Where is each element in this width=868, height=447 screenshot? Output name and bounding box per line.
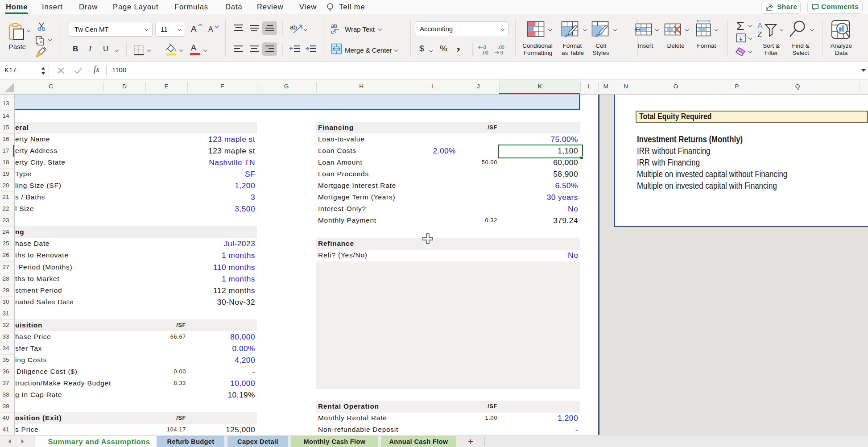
svg-text:.00: .00 [482, 50, 488, 55]
svg-text:A: A [757, 21, 763, 30]
svg-text:Z: Z [757, 30, 762, 39]
svg-text:ab: ab [290, 24, 297, 31]
svg-text:.00: .00 [498, 45, 504, 50]
svg-text:ab: ab [331, 23, 337, 29]
svg-text:0: 0 [500, 50, 503, 55]
svg-text:c: c [331, 29, 334, 35]
svg-text:0: 0 [484, 45, 486, 50]
